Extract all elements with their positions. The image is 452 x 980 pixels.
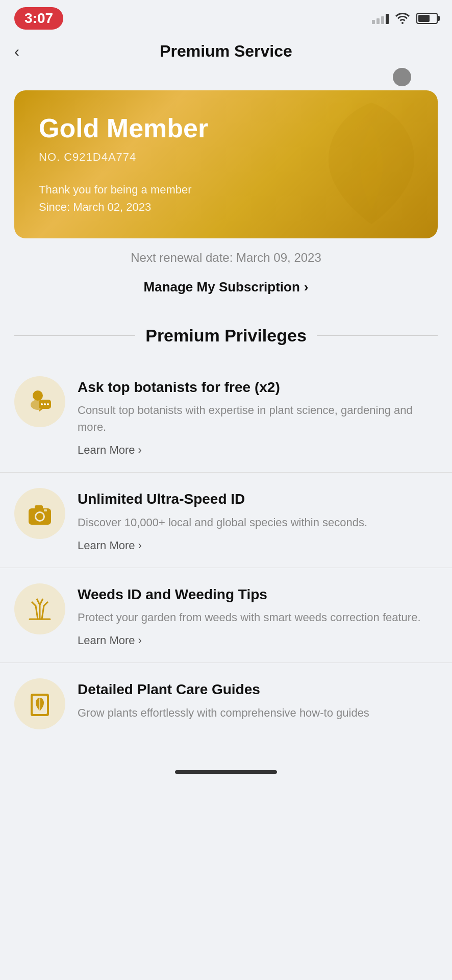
signal-bars-icon (372, 13, 389, 24)
card-indicator-row (0, 68, 452, 86)
home-bar (175, 770, 277, 774)
status-bar: 3:07 (0, 0, 452, 35)
privilege-content-botanist: Ask top botanists for free (x2) Consult … (78, 376, 438, 457)
learn-more-camera-label: Learn More (78, 539, 135, 552)
wifi-icon (395, 13, 410, 24)
privilege-content-weeds: Weeds ID and Weeding Tips Protect your g… (78, 583, 438, 647)
battery-icon (416, 13, 438, 24)
member-card-wrapper: Gold Member NO. C921D4A774 Thank you for… (0, 90, 452, 238)
status-right (372, 13, 438, 24)
privilege-title-camera: Unlimited Ultra-Speed ID (78, 490, 438, 508)
member-card: Gold Member NO. C921D4A774 Thank you for… (14, 90, 438, 238)
svg-point-6 (47, 403, 49, 405)
back-button[interactable]: ‹ (14, 43, 19, 60)
privileges-title-row: Premium Privileges (0, 310, 452, 361)
svg-point-5 (44, 403, 46, 405)
privilege-desc-plant-care: Grow plants effortlessly with comprehens… (78, 704, 438, 721)
learn-more-camera[interactable]: Learn More › (78, 539, 438, 552)
botanist-icon (24, 386, 55, 417)
home-indicator (0, 755, 452, 779)
svg-point-4 (41, 403, 43, 405)
privilege-desc-camera: Discover 10,000+ local and global specie… (78, 514, 438, 531)
page-title: Premium Service (160, 42, 292, 61)
privilege-title-weeds: Weeds ID and Weeding Tips (78, 585, 438, 604)
privileges-line-left (14, 335, 135, 336)
camera-icon-wrapper (14, 488, 65, 539)
weeds-icon-wrapper (14, 583, 65, 634)
privilege-item-botanist: Ask top botanists for free (x2) Consult … (0, 361, 452, 473)
privilege-title-botanist: Ask top botanists for free (x2) (78, 378, 438, 397)
botanist-icon-wrapper (14, 376, 65, 427)
svg-rect-11 (44, 509, 47, 511)
manage-subscription-button[interactable]: Manage My Subscription › (0, 270, 452, 310)
plant-care-icon (24, 689, 55, 719)
manage-subscription-chevron: › (304, 279, 309, 295)
privilege-desc-weeds: Protect your garden from weeds with smar… (78, 609, 438, 626)
weeds-icon (24, 594, 55, 624)
privileges-line-right (317, 335, 438, 336)
plant-care-icon-wrapper (14, 678, 65, 729)
manage-subscription-label: Manage My Subscription (144, 279, 300, 295)
privilege-item-weeds: Weeds ID and Weeding Tips Protect your g… (0, 568, 452, 663)
learn-more-weeds[interactable]: Learn More › (78, 634, 438, 647)
nav-header: ‹ Premium Service (0, 35, 452, 68)
learn-more-weeds-chevron: › (138, 634, 142, 647)
privilege-content-plant-care: Detailed Plant Care Guides Grow plants e… (78, 678, 438, 729)
learn-more-botanist-label: Learn More (78, 444, 135, 457)
svg-point-9 (36, 513, 43, 520)
learn-more-botanist[interactable]: Learn More › (78, 444, 438, 457)
status-time: 3:07 (14, 7, 63, 30)
privilege-item-plant-care: Detailed Plant Care Guides Grow plants e… (0, 663, 452, 745)
privileges-title: Premium Privileges (135, 326, 317, 346)
learn-more-botanist-chevron: › (138, 444, 142, 457)
privilege-item-camera: Unlimited Ultra-Speed ID Discover 10,000… (0, 473, 452, 568)
learn-more-camera-chevron: › (138, 539, 142, 552)
privilege-desc-botanist: Consult top botanists with expertise in … (78, 402, 438, 435)
camera-icon (24, 498, 55, 529)
card-bg-icon (295, 95, 438, 238)
renewal-date: Next renewal date: March 09, 2023 (0, 251, 452, 265)
privilege-content-camera: Unlimited Ultra-Speed ID Discover 10,000… (78, 488, 438, 552)
learn-more-weeds-label: Learn More (78, 634, 135, 647)
svg-point-0 (33, 390, 43, 401)
svg-rect-10 (35, 505, 43, 509)
card-scroll-indicator (393, 68, 411, 86)
privilege-title-plant-care: Detailed Plant Care Guides (78, 680, 438, 699)
privileges-section: Premium Privileges Ask top botanists for… (0, 310, 452, 755)
